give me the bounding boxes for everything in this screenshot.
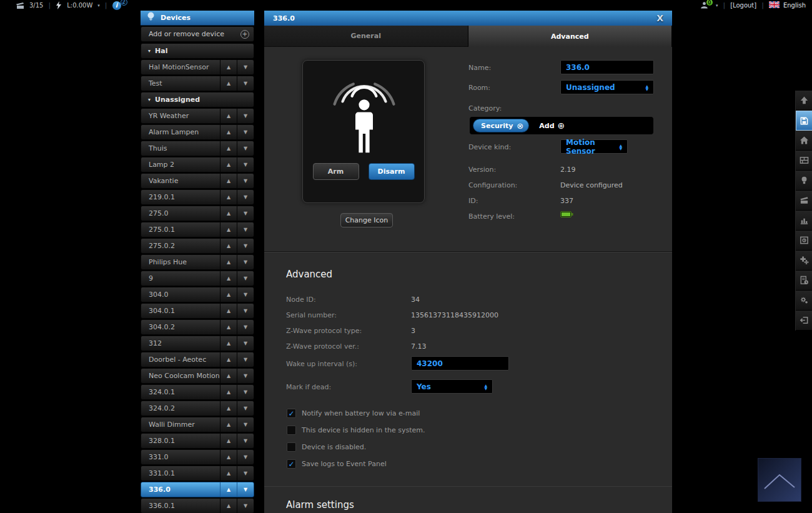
checkbox[interactable]: ✓ — [287, 442, 296, 452]
tab[interactable]: General — [264, 26, 468, 47]
add-category-button[interactable]: Add ⊕ — [539, 121, 565, 131]
settings-icon[interactable] — [796, 291, 812, 311]
scenes-icon[interactable] — [796, 191, 812, 211]
move-down-button[interactable]: ▼ — [237, 60, 254, 74]
tab[interactable]: Advanced — [468, 26, 673, 47]
move-up-button[interactable]: ▲ — [220, 499, 237, 513]
wake-up-interval-input[interactable] — [411, 356, 509, 371]
move-up-button[interactable]: ▲ — [220, 271, 237, 286]
device-list-item[interactable]: ▾ Alarm Lampen ▲ ▼ — [141, 124, 254, 140]
rooms-icon[interactable] — [796, 151, 812, 171]
devices-icon[interactable] — [796, 171, 812, 191]
device-list-item[interactable]: ▾ 304.0.2 ▲ ▼ — [141, 319, 254, 335]
move-up-button[interactable]: ▲ — [220, 401, 237, 416]
move-down-button[interactable]: ▼ — [237, 369, 254, 383]
move-up-button[interactable]: ▲ — [220, 255, 237, 269]
events-icon[interactable] — [796, 271, 812, 291]
statistics-icon[interactable] — [796, 211, 812, 231]
device-list-item[interactable]: ▾ Vakantie ▲ ▼ — [141, 173, 254, 189]
move-down-button[interactable]: ▼ — [237, 125, 254, 139]
language-selector[interactable]: English — [769, 1, 806, 9]
move-up-button[interactable]: ▲ — [220, 76, 237, 91]
device-list-item[interactable]: ▾ Test ▲ ▼ — [141, 76, 254, 91]
move-down-button[interactable]: ▼ — [237, 304, 254, 318]
move-up-button[interactable]: ▲ — [220, 287, 237, 302]
move-down-button[interactable]: ▼ — [237, 109, 254, 123]
move-down-button[interactable]: ▼ — [237, 401, 254, 416]
move-up-button[interactable]: ▲ — [220, 125, 237, 139]
device-list-item[interactable]: ▾ 219.0.1 ▲ ▼ — [141, 189, 254, 205]
move-up-button[interactable]: ▲ — [220, 466, 237, 481]
move-down-button[interactable]: ▼ — [237, 434, 254, 448]
device-list-item[interactable]: ▾ 275.0 ▲ ▼ — [141, 206, 254, 221]
move-up-button[interactable]: ▲ — [220, 222, 237, 237]
mark-if-dead-select[interactable]: Yes ▲▼ — [411, 379, 493, 394]
device-list-item[interactable]: ▾ 324.0.1 ▲ ▼ — [141, 384, 254, 400]
device-list-item[interactable]: ▾ Neo Coolcam Motion ▲ ▼ — [141, 368, 254, 384]
move-up-button[interactable]: ▲ — [220, 417, 237, 432]
move-down-button[interactable]: ▼ — [237, 76, 254, 91]
move-down-button[interactable]: ▼ — [237, 174, 254, 188]
move-down-button[interactable]: ▼ — [237, 417, 254, 432]
device-list-item[interactable]: ▾ Philips Hue ▲ ▼ — [141, 254, 254, 270]
move-up-button[interactable]: ▲ — [220, 352, 237, 367]
device-list-item[interactable]: ▾ YR Weather ▲ ▼ — [141, 108, 254, 124]
move-up-button[interactable]: ▲ — [220, 482, 237, 497]
move-down-button[interactable]: ▼ — [237, 499, 254, 513]
save-icon[interactable] — [796, 111, 812, 131]
logout-link[interactable]: [Logout] — [730, 2, 756, 9]
add-remove-device-button[interactable]: Add or remove device + — [141, 26, 254, 42]
device-list-item[interactable]: ▾ 304.0.1 ▲ ▼ — [141, 303, 254, 319]
move-up-button[interactable]: ▲ — [220, 450, 237, 464]
move-up-button[interactable]: ▲ — [220, 239, 237, 253]
move-down-button[interactable]: ▼ — [237, 352, 254, 367]
plus-circle-icon[interactable]: + — [240, 30, 249, 39]
move-down-button[interactable]: ▼ — [237, 320, 254, 334]
move-down-button[interactable]: ▼ — [237, 482, 254, 497]
move-up-button[interactable]: ▲ — [220, 336, 237, 351]
device-list-item[interactable]: ▾ Unassigned ▲ ▼ — [141, 92, 254, 107]
device-list-item[interactable]: ▾ 331.0 ▲ ▼ — [141, 449, 254, 465]
change-icon-button[interactable]: Change Icon — [340, 213, 393, 227]
move-up-button[interactable]: ▲ — [220, 190, 237, 204]
move-up-button[interactable]: ▲ — [220, 206, 237, 221]
device-list-item[interactable]: ▾ 336.0.1 ▲ ▼ — [141, 498, 254, 513]
move-down-button[interactable]: ▼ — [237, 141, 254, 156]
chevron-down-icon[interactable]: ▾ — [716, 3, 718, 8]
move-down-button[interactable]: ▼ — [237, 450, 254, 464]
device-list-item[interactable]: ▾ Doorbel - Aeotec ▲ ▼ — [141, 352, 254, 367]
move-up-button[interactable]: ▲ — [220, 369, 237, 383]
move-down-button[interactable]: ▼ — [237, 222, 254, 237]
move-up-button[interactable]: ▲ — [220, 385, 237, 399]
move-up-button[interactable]: ▲ — [220, 320, 237, 334]
device-list-item[interactable]: ▾ Hal ▲ ▼ — [141, 43, 254, 59]
disarm-button[interactable]: Disarm — [369, 163, 415, 180]
checkbox[interactable]: ✓ — [287, 409, 296, 418]
device-list-item[interactable]: ▾ 328.0.1 ▲ ▼ — [141, 433, 254, 449]
move-up-button[interactable]: ▲ — [220, 60, 237, 74]
device-list-item[interactable]: ▾ Walli Dimmer ▲ ▼ — [141, 417, 254, 432]
user-menu-button[interactable]: 0 — [700, 1, 708, 9]
name-input[interactable] — [560, 60, 654, 74]
move-up-button[interactable]: ▲ — [220, 304, 237, 318]
checkbox[interactable]: ✓ — [287, 459, 296, 469]
move-up-button[interactable]: ▲ — [220, 434, 237, 448]
move-up-button[interactable]: ▲ — [220, 109, 237, 123]
remove-category-icon[interactable]: ⊗ — [517, 121, 523, 131]
device-list-item[interactable]: ▾ 9 ▲ ▼ — [141, 271, 254, 286]
device-kind-select[interactable]: Motion Sensor ▲▼ — [560, 139, 628, 154]
move-down-button[interactable]: ▼ — [237, 466, 254, 481]
device-list-item[interactable]: ▾ 275.0.1 ▲ ▼ — [141, 222, 254, 237]
device-list-item[interactable]: ▾ 336.0 ▲ ▼ — [141, 482, 254, 497]
device-list-item[interactable]: ▾ 275.0.2 ▲ ▼ — [141, 238, 254, 254]
category-chip-security[interactable]: Security ⊗ — [473, 119, 529, 132]
home-icon[interactable] — [796, 131, 812, 151]
exit-icon[interactable] — [796, 311, 812, 331]
close-icon[interactable]: X — [656, 13, 663, 23]
move-down-button[interactable]: ▼ — [237, 385, 254, 399]
vault-icon[interactable] — [796, 231, 812, 251]
move-up-button[interactable]: ▲ — [220, 174, 237, 188]
move-up-button[interactable]: ▲ — [220, 157, 237, 172]
checkbox[interactable]: ✓ — [287, 426, 296, 435]
device-list-item[interactable]: ▾ 331.0.1 ▲ ▼ — [141, 466, 254, 481]
